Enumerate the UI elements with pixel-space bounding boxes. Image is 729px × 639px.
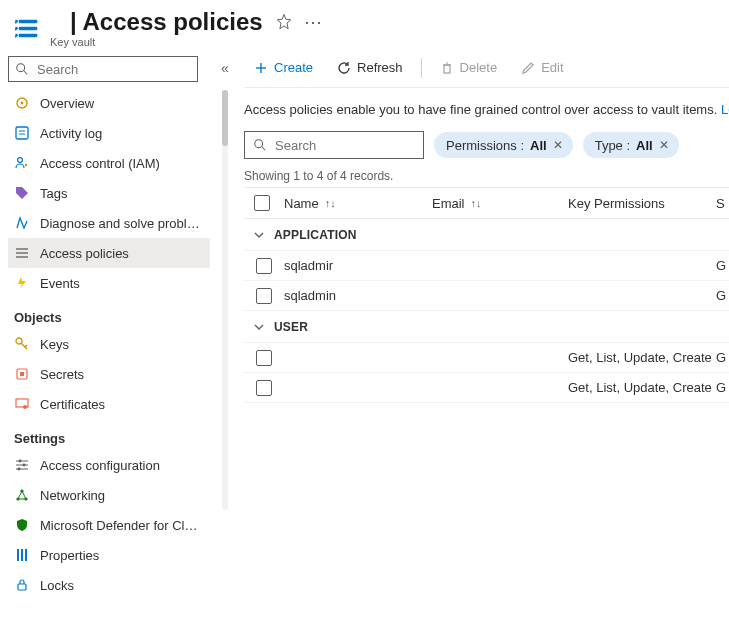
cell-name: sqladmir (280, 258, 428, 273)
overview-icon (14, 95, 30, 111)
properties-icon (14, 547, 30, 563)
toolbar-label: Delete (460, 60, 498, 75)
sidebar-item-secrets[interactable]: Secrets (8, 359, 210, 389)
chevron-down-icon[interactable] (244, 229, 274, 241)
column-header-key-permissions[interactable]: Key Permissions (564, 196, 712, 211)
sidebar-heading-settings: Settings (8, 419, 214, 450)
table-row[interactable]: sqladmin G (244, 281, 729, 311)
column-header-name[interactable]: Name↑↓ (280, 196, 428, 211)
main-search-input[interactable] (273, 137, 445, 154)
collapse-sidebar-icon[interactable]: « (221, 60, 229, 76)
sidebar-item-activity-log[interactable]: Activity log (8, 118, 210, 148)
create-button[interactable]: Create (244, 56, 323, 79)
plus-icon (254, 61, 268, 75)
cell-s: G (712, 380, 729, 395)
toolbar-label: Edit (541, 60, 563, 75)
cell-key-permissions: Get, List, Update, Create, ... (564, 350, 712, 365)
sidebar-item-label: Overview (40, 96, 94, 111)
select-all-checkbox[interactable] (254, 195, 270, 211)
sidebar-item-label: Tags (40, 186, 67, 201)
access-policies-icon (14, 245, 30, 261)
svg-rect-36 (25, 549, 27, 561)
column-header-email[interactable]: Email↑↓ (428, 196, 564, 211)
sidebar-search[interactable] (8, 56, 198, 82)
sidebar-item-label: Locks (40, 578, 74, 593)
more-icon[interactable]: ⋯ (305, 13, 323, 31)
learn-more-link[interactable]: Learn more (721, 102, 729, 117)
certificates-icon (14, 396, 30, 412)
sidebar-search-input[interactable] (35, 61, 207, 78)
cell-s: G (712, 288, 729, 303)
sidebar-item-certificates[interactable]: Certificates (8, 389, 210, 419)
row-checkbox[interactable] (256, 288, 272, 304)
page-title: | Access policies (70, 8, 263, 36)
table-row[interactable]: Get, List, Update, Create, ... G (244, 373, 729, 403)
row-checkbox[interactable] (256, 350, 272, 366)
sidebar-item-properties[interactable]: Properties (8, 540, 210, 570)
sidebar-item-label: Keys (40, 337, 69, 352)
sidebar-item-defender[interactable]: Microsoft Defender for Cloud (8, 510, 210, 540)
close-icon[interactable]: ✕ (553, 138, 563, 152)
sidebar-item-access-policies[interactable]: Access policies (8, 238, 210, 268)
svg-line-7 (24, 71, 28, 75)
filter-pill-type[interactable]: Type : All ✕ (583, 132, 679, 158)
table-row[interactable]: sqladmir G (244, 251, 729, 281)
refresh-icon (337, 61, 351, 75)
refresh-button[interactable]: Refresh (327, 56, 413, 79)
svg-rect-1 (19, 27, 38, 31)
delete-icon (440, 61, 454, 75)
sidebar-item-label: Secrets (40, 367, 84, 382)
sidebar-item-label: Access configuration (40, 458, 160, 473)
filter-pill-value: All (530, 138, 547, 153)
sidebar-item-tags[interactable]: Tags (8, 178, 210, 208)
tags-icon (14, 185, 30, 201)
sidebar-item-keys[interactable]: Keys (8, 329, 210, 359)
sidebar: Overview Activity log Access control (IA… (0, 52, 214, 639)
svg-point-13 (18, 158, 23, 163)
sort-asc-icon: ↑↓ (325, 197, 336, 209)
svg-rect-0 (19, 20, 38, 24)
cell-key-permissions: Get, List, Update, Create, ... (564, 380, 712, 395)
close-icon[interactable]: ✕ (659, 138, 669, 152)
svg-rect-10 (16, 127, 28, 139)
row-checkbox[interactable] (256, 258, 272, 274)
svg-line-44 (262, 147, 266, 151)
sidebar-item-label: Microsoft Defender for Cloud (40, 518, 204, 533)
filter-pill-permissions[interactable]: Permissions : All ✕ (434, 132, 573, 158)
row-checkbox[interactable] (256, 380, 272, 396)
toolbar-label: Refresh (357, 60, 403, 75)
networking-icon (14, 487, 30, 503)
chevron-down-icon[interactable] (244, 321, 274, 333)
sidebar-scrollbar-thumb[interactable] (222, 90, 228, 146)
access-config-icon (14, 457, 30, 473)
column-header-s[interactable]: S (712, 196, 729, 211)
sort-asc-icon: ↑↓ (471, 197, 482, 209)
svg-rect-2 (19, 34, 38, 38)
table-group-header[interactable]: APPLICATION (244, 219, 729, 251)
sidebar-item-overview[interactable]: Overview (8, 88, 210, 118)
favorite-icon[interactable] (275, 13, 293, 31)
sidebar-item-label: Properties (40, 548, 99, 563)
table-group-header[interactable]: USER (244, 311, 729, 343)
svg-point-5 (15, 34, 17, 36)
sidebar-item-label: Networking (40, 488, 105, 503)
table-row[interactable]: Get, List, Update, Create, ... G (244, 343, 729, 373)
toolbar-divider (421, 58, 422, 78)
svg-rect-35 (21, 549, 23, 561)
sidebar-item-events[interactable]: Events (8, 268, 210, 298)
events-icon (14, 275, 30, 291)
search-icon (15, 62, 29, 76)
policies-table: Name↑↓ Email↑↓ Key Permissions S APPLI (244, 187, 729, 403)
sidebar-item-networking[interactable]: Networking (8, 480, 210, 510)
sidebar-item-diagnose[interactable]: Diagnose and solve problems (8, 208, 210, 238)
table-header: Name↑↓ Email↑↓ Key Permissions S (244, 187, 729, 219)
activity-log-icon (14, 125, 30, 141)
sidebar-item-access-configuration[interactable]: Access configuration (8, 450, 210, 480)
cell-s: G (712, 258, 729, 273)
main-search[interactable] (244, 131, 424, 159)
breadcrumb-subtitle: Key vault (50, 36, 190, 48)
filter-pill-label: Permissions : (446, 138, 524, 153)
sidebar-item-locks[interactable]: Locks (8, 570, 210, 600)
sidebar-item-access-control[interactable]: Access control (IAM) (8, 148, 210, 178)
sidebar-scrollbar[interactable] (222, 90, 228, 510)
